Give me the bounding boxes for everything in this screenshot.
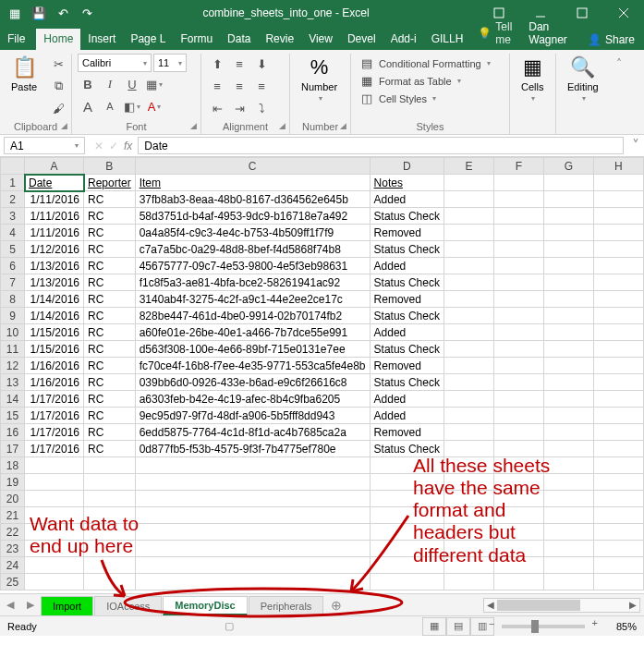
fx-icon[interactable]: fx — [124, 140, 132, 152]
cell-B12[interactable]: RC — [84, 358, 136, 374]
cell-A5[interactable]: 1/12/2016 — [25, 241, 84, 258]
cell-A4[interactable]: 1/11/2016 — [25, 225, 84, 241]
row-header-14[interactable]: 14 — [1, 391, 25, 408]
sheet-tab-import[interactable]: Import — [41, 596, 93, 615]
cell-B5[interactable]: RC — [84, 241, 136, 258]
cell-C15[interactable]: 9ec95d97-9f7d-48df-a906-5b5fff8dd943 — [135, 408, 370, 424]
macro-record-icon[interactable]: ▢ — [225, 620, 234, 632]
row-header-18[interactable]: 18 — [1, 457, 25, 474]
orientation-button[interactable]: ⤵ — [251, 98, 272, 118]
cell-B11[interactable]: RC — [84, 341, 136, 358]
editing-button[interactable]: 🔍 Editing ▾ — [562, 54, 604, 104]
cell-A3[interactable]: 1/11/2016 — [25, 208, 84, 225]
cell-A2[interactable]: 1/11/2016 — [25, 191, 84, 208]
tab-view[interactable]: View — [301, 29, 340, 50]
name-box[interactable]: A1▾ — [4, 137, 85, 154]
border-button[interactable]: ▦▾ — [144, 74, 164, 94]
font-grow-button[interactable]: A — [78, 96, 98, 116]
cell-A6[interactable]: 1/13/2016 — [25, 258, 84, 274]
row-header-16[interactable]: 16 — [1, 424, 25, 441]
cell-C5[interactable]: c7a7a5bc-0a29-48d8-8bef-f4d5868f74b8 — [135, 241, 370, 258]
row-header-13[interactable]: 13 — [1, 374, 25, 391]
cell-D17[interactable]: Status Check — [370, 441, 444, 457]
row-header-9[interactable]: 9 — [1, 308, 25, 324]
sheet-tab-memorydisc[interactable]: MemoryDisc — [163, 596, 247, 615]
cell-A1[interactable]: Date — [25, 175, 84, 191]
tab-file[interactable]: File — [0, 29, 36, 50]
cell-B2[interactable]: RC — [84, 191, 136, 208]
row-header-21[interactable]: 21 — [1, 507, 25, 524]
add-sheet-button[interactable]: ⊕ — [324, 594, 348, 616]
cell-D14[interactable]: Added — [370, 391, 444, 408]
cell-C11[interactable]: d563f308-100e-4e66-89bf-715e0131e7ee — [135, 341, 370, 358]
cell-C1[interactable]: Item — [135, 175, 370, 191]
cell-D3[interactable]: Status Check — [370, 208, 444, 225]
align-bottom-button[interactable]: ⬇ — [251, 54, 272, 74]
cell-B7[interactable]: RC — [84, 274, 136, 291]
cell-C12[interactable]: fc70ce4f-16b8-f7ee-4e35-9771-553ca5fe4e8… — [135, 358, 370, 374]
cell-D15[interactable]: Added — [370, 408, 444, 424]
cell-D4[interactable]: Removed — [370, 225, 444, 241]
italic-button[interactable]: I — [100, 74, 120, 94]
font-shrink-button[interactable]: A — [100, 96, 120, 116]
tab-add-i[interactable]: Add-i — [383, 29, 424, 50]
cell-C3[interactable]: 58d3751d-b4af-4953-9dc9-b16718e7a492 — [135, 208, 370, 225]
align-center-button[interactable]: ≡ — [229, 76, 249, 96]
cell-A11[interactable]: 1/15/2016 — [25, 341, 84, 358]
cell-A8[interactable]: 1/14/2016 — [25, 291, 84, 308]
cell-C10[interactable]: a60fe01e-26be-40e1-a466-7b7dce55e991 — [135, 324, 370, 341]
cell-B16[interactable]: RC — [84, 424, 136, 441]
cell-C9[interactable]: 828be447-461d-4be0-9914-02b70174fb2 — [135, 308, 370, 324]
redo-icon[interactable]: ↷ — [79, 6, 94, 20]
indent-decrease-button[interactable]: ⇤ — [207, 98, 227, 118]
cell-A13[interactable]: 1/16/2016 — [25, 374, 84, 391]
cell-styles-button[interactable]: ◫Cell Styles▾ — [357, 91, 504, 106]
close-button[interactable] — [602, 0, 644, 26]
row-header-7[interactable]: 7 — [1, 274, 25, 291]
align-right-button[interactable]: ≡ — [251, 76, 272, 96]
row-header-22[interactable]: 22 — [1, 524, 25, 541]
formula-input[interactable]: Date — [138, 137, 624, 154]
cell-B4[interactable]: RC — [84, 225, 136, 241]
cell-B13[interactable]: RC — [84, 374, 136, 391]
cell-C2[interactable]: 37fb8ab3-8eaa-48b0-8167-d364562e645b — [135, 191, 370, 208]
underline-button[interactable]: U — [122, 74, 142, 94]
row-header-10[interactable]: 10 — [1, 324, 25, 341]
view-layout-button[interactable]: ▤ — [446, 617, 470, 636]
cell-D9[interactable]: Status Check — [370, 308, 444, 324]
format-as-table-button[interactable]: ▦Format as Table▾ — [357, 73, 504, 89]
tell-me[interactable]: 💡 Tell me — [470, 17, 521, 50]
align-top-button[interactable]: ⬆ — [207, 54, 227, 74]
tab-devel[interactable]: Devel — [340, 29, 383, 50]
row-header-8[interactable]: 8 — [1, 291, 25, 308]
align-left-button[interactable]: ≡ — [207, 76, 227, 96]
font-size-select[interactable]: 11▾ — [153, 54, 187, 72]
row-header-6[interactable]: 6 — [1, 258, 25, 274]
row-header-5[interactable]: 5 — [1, 241, 25, 258]
zoom-level[interactable]: 85% — [616, 621, 637, 632]
col-header-F[interactable]: F — [493, 158, 543, 175]
row-header-24[interactable]: 24 — [1, 557, 25, 574]
tab-home[interactable]: Home — [36, 29, 80, 50]
indent-increase-button[interactable]: ⇥ — [229, 98, 249, 118]
cell-D16[interactable]: Removed — [370, 424, 444, 441]
paste-button[interactable]: 📋 Paste — [6, 54, 43, 94]
collapse-ribbon-button[interactable]: ˄ — [612, 54, 626, 134]
cell-A16[interactable]: 1/17/2016 — [25, 424, 84, 441]
cell-B17[interactable]: RC — [84, 441, 136, 457]
cell-B15[interactable]: RC — [84, 408, 136, 424]
cell-D5[interactable]: Status Check — [370, 241, 444, 258]
col-header-B[interactable]: B — [84, 158, 136, 175]
sheet-nav-prev[interactable]: ◀ — [0, 594, 20, 616]
select-all-corner[interactable] — [1, 158, 25, 175]
share-button[interactable]: 👤 Share — [578, 30, 644, 50]
cell-C14[interactable]: a6303feb-b42e-4c19-afec-8b4c9fba6205 — [135, 391, 370, 408]
bold-button[interactable]: B — [78, 74, 98, 94]
col-header-H[interactable]: H — [593, 158, 643, 175]
tab-data[interactable]: Data — [220, 29, 258, 50]
tab-gillh[interactable]: GILLH — [424, 29, 471, 50]
tab-page l[interactable]: Page L — [123, 29, 173, 50]
row-header-3[interactable]: 3 — [1, 208, 25, 225]
sheet-tab-ioaccess[interactable]: IOAccess — [94, 596, 162, 615]
cell-B1[interactable]: Reporter — [84, 175, 136, 191]
